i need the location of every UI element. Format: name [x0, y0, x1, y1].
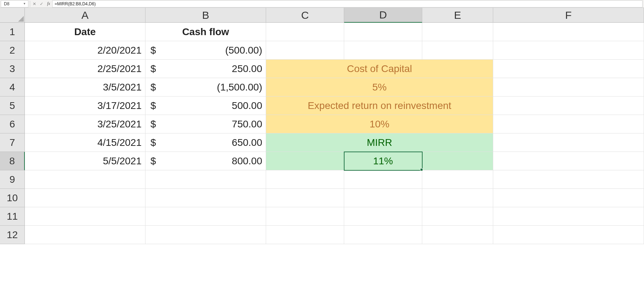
- row-head-6[interactable]: 6: [0, 115, 25, 133]
- cell-C9[interactable]: [266, 170, 344, 189]
- chevron-down-icon[interactable]: ▼: [23, 2, 26, 5]
- cell-D8[interactable]: 11%: [344, 152, 422, 170]
- svg-marker-0: [18, 16, 24, 22]
- cell-D12[interactable]: [344, 226, 422, 244]
- cell-B11[interactable]: [145, 207, 266, 226]
- cell-D9[interactable]: [344, 170, 422, 189]
- cell-A5[interactable]: 3/17/2021: [25, 97, 145, 115]
- cell-D2[interactable]: [344, 41, 422, 60]
- cell-A8[interactable]: 5/5/2021: [25, 152, 145, 170]
- cell-C12[interactable]: [266, 226, 344, 244]
- cell-F1[interactable]: [493, 23, 644, 41]
- cell-F2[interactable]: [493, 41, 644, 60]
- row-head-2[interactable]: 2: [0, 41, 25, 60]
- col-head-E[interactable]: E: [422, 8, 493, 23]
- row-head-12[interactable]: 12: [0, 226, 25, 244]
- cell-C11[interactable]: [266, 207, 344, 226]
- mirr-label[interactable]: MIRR: [266, 133, 493, 152]
- row-head-5[interactable]: 5: [0, 97, 25, 115]
- cell-F7[interactable]: [493, 133, 644, 152]
- cell-F3[interactable]: [493, 60, 644, 78]
- row-head-9[interactable]: 9: [0, 170, 25, 189]
- cell-B12[interactable]: [145, 226, 266, 244]
- cell-F12[interactable]: [493, 226, 644, 244]
- row-head-4[interactable]: 4: [0, 78, 25, 97]
- cell-F10[interactable]: [493, 189, 644, 207]
- cell-A3[interactable]: 2/25/2021: [25, 60, 145, 78]
- cell-A1[interactable]: Date: [25, 23, 145, 41]
- row-head-10[interactable]: 10: [0, 189, 25, 207]
- cell-E1[interactable]: [422, 23, 493, 41]
- row-head-11[interactable]: 11: [0, 207, 25, 226]
- col-head-C[interactable]: C: [266, 8, 344, 23]
- cancel-icon[interactable]: ✕: [31, 0, 38, 7]
- cell-D11[interactable]: [344, 207, 422, 226]
- name-box[interactable]: D8 ▼: [1, 0, 28, 7]
- cell-C8[interactable]: [266, 152, 344, 170]
- cell-B3[interactable]: $250.00: [145, 60, 266, 78]
- cell-B7[interactable]: $650.00: [145, 133, 266, 152]
- cell-B9[interactable]: [145, 170, 266, 189]
- cell-E12[interactable]: [422, 226, 493, 244]
- cell-B2[interactable]: $(500.00): [145, 41, 266, 60]
- spreadsheet-grid[interactable]: A B C D E F 1 Date Cash flow 2 2/20/2021…: [0, 8, 644, 244]
- cell-A6[interactable]: 3/25/2021: [25, 115, 145, 133]
- cell-B6[interactable]: $750.00: [145, 115, 266, 133]
- formula-input[interactable]: =MIRR(B2:B8,D4,D6): [52, 0, 643, 7]
- cell-C10[interactable]: [266, 189, 344, 207]
- cell-E2[interactable]: [422, 41, 493, 60]
- row-head-1[interactable]: 1: [0, 23, 25, 41]
- cell-B1[interactable]: Cash flow: [145, 23, 266, 41]
- cell-B4[interactable]: $(1,500.00): [145, 78, 266, 97]
- cell-E10[interactable]: [422, 189, 493, 207]
- col-head-A[interactable]: A: [25, 8, 145, 23]
- row-head-7[interactable]: 7: [0, 133, 25, 152]
- cell-A2[interactable]: 2/20/2021: [25, 41, 145, 60]
- cell-D1[interactable]: [344, 23, 422, 41]
- reinvest-label[interactable]: Expected return on reinvestment: [266, 97, 493, 115]
- cell-A9[interactable]: [25, 170, 145, 189]
- cell-F4[interactable]: [493, 78, 644, 97]
- col-head-D[interactable]: D: [344, 8, 422, 23]
- cell-A10[interactable]: [25, 189, 145, 207]
- cell-A11[interactable]: [25, 207, 145, 226]
- row-head-3[interactable]: 3: [0, 60, 25, 78]
- enter-icon[interactable]: ✓: [38, 0, 45, 7]
- separator: [30, 1, 30, 7]
- cell-F9[interactable]: [493, 170, 644, 189]
- cell-A4[interactable]: 3/5/2021: [25, 78, 145, 97]
- col-head-B[interactable]: B: [145, 8, 266, 23]
- name-box-value: D8: [4, 1, 9, 6]
- cell-C2[interactable]: [266, 41, 344, 60]
- cell-E9[interactable]: [422, 170, 493, 189]
- cell-E8[interactable]: [422, 152, 493, 170]
- cell-F11[interactable]: [493, 207, 644, 226]
- reinvest-value[interactable]: 10%: [266, 115, 493, 133]
- cell-F6[interactable]: [493, 115, 644, 133]
- cell-A7[interactable]: 4/15/2021: [25, 133, 145, 152]
- col-head-F[interactable]: F: [493, 8, 644, 23]
- select-all-corner[interactable]: [0, 8, 25, 23]
- formula-bar: D8 ▼ ✕ ✓ fx =MIRR(B2:B8,D4,D6): [0, 0, 644, 8]
- formula-text: =MIRR(B2:B8,D4,D6): [55, 1, 96, 6]
- cell-C1[interactable]: [266, 23, 344, 41]
- cell-B5[interactable]: $500.00: [145, 97, 266, 115]
- row-head-8[interactable]: 8: [0, 152, 25, 170]
- cell-D10[interactable]: [344, 189, 422, 207]
- cost-of-capital-value[interactable]: 5%: [266, 78, 493, 97]
- cell-B8[interactable]: $800.00: [145, 152, 266, 170]
- cell-B10[interactable]: [145, 189, 266, 207]
- cell-E11[interactable]: [422, 207, 493, 226]
- cell-A12[interactable]: [25, 226, 145, 244]
- cell-F8[interactable]: [493, 152, 644, 170]
- cost-of-capital-label[interactable]: Cost of Capital: [266, 60, 493, 78]
- fx-icon[interactable]: fx: [45, 0, 52, 7]
- cell-F5[interactable]: [493, 97, 644, 115]
